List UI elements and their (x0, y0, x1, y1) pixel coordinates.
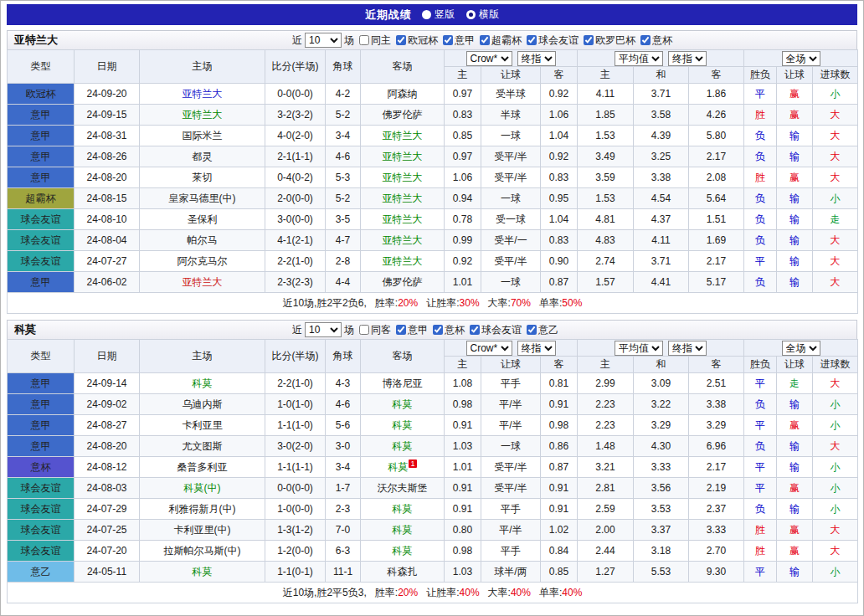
home-team-link[interactable]: 皇家马德里(中) (140, 188, 265, 209)
score-link[interactable]: 1-1(0-1) (265, 562, 326, 583)
home-team-link[interactable]: 国际米兰 (140, 126, 265, 146)
layout-radio-vertical[interactable]: 竖版 (422, 8, 455, 22)
competition-4-filter[interactable]: 欧罗巴杯 (584, 33, 635, 48)
bookmaker-select[interactable]: Crow* (466, 51, 512, 66)
home-team-link[interactable]: 科莫 (140, 373, 265, 394)
competition-badge: 意甲 (8, 126, 75, 146)
competition-4-checkbox[interactable] (584, 35, 594, 45)
average-select[interactable]: 平均值 (615, 51, 663, 66)
competition-2-filter[interactable]: 球会友谊 (470, 323, 522, 337)
score-link[interactable]: 2-0(0-0) (265, 188, 326, 209)
competition-1-checkbox[interactable] (433, 325, 443, 335)
away-team-link[interactable]: 亚特兰大 (361, 167, 445, 188)
recent-count-select[interactable]: 10 (305, 33, 342, 48)
home-team-link[interactable]: 都灵 (140, 146, 265, 167)
home-team-link[interactable]: 桑普多利亚 (140, 457, 265, 478)
away-team-link[interactable]: 科莫 (361, 499, 445, 520)
same-venue-filter[interactable]: 同主 (359, 33, 391, 48)
away-team-link[interactable]: 科莫 (361, 415, 445, 436)
scope-select[interactable]: 全场 (782, 51, 820, 66)
away-team-link[interactable]: 亚特兰大 (361, 230, 445, 251)
score-link[interactable]: 3-0(0-0) (265, 209, 326, 230)
competition-0-filter[interactable]: 意甲 (396, 323, 428, 337)
same-venue-checkbox[interactable] (359, 35, 369, 45)
away-team-link[interactable]: 亚特兰大 (361, 188, 445, 209)
score-link[interactable]: 2-2(1-0) (265, 251, 326, 272)
competition-0-filter[interactable]: 欧冠杯 (396, 33, 438, 48)
score-link[interactable]: 2-1(1-1) (265, 146, 326, 167)
away-team-link[interactable]: 沃尔夫斯堡 (361, 478, 445, 499)
same-venue-filter[interactable]: 同客 (359, 323, 391, 337)
same-venue-checkbox[interactable] (359, 325, 369, 335)
away-team-link[interactable]: 亚特兰大 (361, 209, 445, 230)
score-link[interactable]: 2-3(2-3) (265, 272, 326, 293)
scope-select[interactable]: 全场 (782, 341, 820, 356)
competition-2-filter[interactable]: 超霸杯 (480, 33, 522, 48)
score-link[interactable]: 4-1(2-1) (265, 230, 326, 251)
score-link[interactable]: 1-1(1-1) (265, 457, 326, 478)
score-link[interactable]: 3-0(2-0) (265, 436, 326, 457)
away-team-link[interactable]: 科森扎 (361, 562, 445, 583)
away-team-link[interactable]: 阿森纳 (361, 84, 445, 105)
away-team-link[interactable]: 亚特兰大 (361, 126, 445, 146)
score-link[interactable]: 0-4(0-2) (265, 167, 326, 188)
away-team-link[interactable]: 佛罗伦萨 (361, 105, 445, 126)
competition-3-filter[interactable]: 球会友谊 (527, 33, 579, 48)
score-link[interactable]: 1-0(0-0) (265, 499, 326, 520)
score-link[interactable]: 0-0(0-0) (265, 478, 326, 499)
competition-2-checkbox[interactable] (470, 325, 480, 335)
competition-1-checkbox[interactable] (443, 35, 453, 45)
match-row: 超霸杯24-08-15皇家马德里(中)2-0(0-0)5-2亚特兰大0.94一球… (8, 188, 858, 209)
score-link[interactable]: 2-2(1-0) (265, 373, 326, 394)
handicap-index-type-select[interactable]: 终指 (517, 51, 556, 66)
europe-index-type-select[interactable]: 终指 (668, 341, 707, 356)
home-team-link[interactable]: 亚特兰大 (140, 272, 265, 293)
home-team-link[interactable]: 亚特兰大 (140, 84, 265, 105)
score-link[interactable]: 0-0(0-0) (265, 84, 326, 105)
home-team-link[interactable]: 卡利亚里 (140, 415, 265, 436)
home-team-link[interactable]: 帕尔马 (140, 230, 265, 251)
home-team-link[interactable]: 拉斯帕尔马斯(中) (140, 541, 265, 562)
away-team-link[interactable]: 科莫 (361, 541, 445, 562)
home-team-link[interactable]: 乌迪内斯 (140, 394, 265, 415)
score-link[interactable]: 1-2(0-0) (265, 541, 326, 562)
away-team-link[interactable]: 佛罗伦萨 (361, 272, 445, 293)
competition-3-checkbox[interactable] (527, 35, 537, 45)
competition-5-filter[interactable]: 意杯 (640, 33, 672, 48)
competition-0-checkbox[interactable] (396, 325, 406, 335)
competition-1-filter[interactable]: 意甲 (443, 33, 475, 48)
competition-2-checkbox[interactable] (480, 35, 490, 45)
competition-3-checkbox[interactable] (527, 325, 537, 335)
layout-radio-horizontal[interactable]: 横版 (466, 8, 499, 22)
recent-count-select[interactable]: 10 (305, 322, 342, 337)
away-team-link[interactable]: 博洛尼亚 (361, 373, 445, 394)
home-team-link[interactable]: 科莫(中) (140, 478, 265, 499)
competition-3-filter[interactable]: 意乙 (527, 323, 558, 337)
away-team-link[interactable]: 亚特兰大 (361, 251, 445, 272)
away-team-link[interactable]: 亚特兰大 (361, 146, 445, 167)
score-link[interactable]: 1-0(1-0) (265, 394, 326, 415)
score-link[interactable]: 1-3(1-2) (265, 520, 326, 541)
home-team-link[interactable]: 亚特兰大 (140, 105, 265, 126)
home-team-link[interactable]: 圣保利 (140, 209, 265, 230)
home-team-link[interactable]: 阿尔克马尔 (140, 251, 265, 272)
competition-0-checkbox[interactable] (396, 35, 406, 45)
away-team-link[interactable]: 科莫 (361, 520, 445, 541)
score-link[interactable]: 4-0(2-0) (265, 126, 326, 146)
home-team-link[interactable]: 卡利亚里(中) (140, 520, 265, 541)
europe-index-type-select[interactable]: 终指 (668, 51, 707, 66)
competition-5-checkbox[interactable] (640, 35, 651, 45)
home-team-link[interactable]: 科莫 (140, 562, 265, 583)
away-team-link[interactable]: 科莫 (361, 436, 445, 457)
home-team-link[interactable]: 尤文图斯 (140, 436, 265, 457)
home-team-link[interactable]: 利雅得新月(中) (140, 499, 265, 520)
competition-1-filter[interactable]: 意杯 (433, 323, 465, 337)
bookmaker-select[interactable]: Crow* (466, 341, 512, 356)
away-team-link[interactable]: 科莫1 (361, 457, 445, 478)
score-link[interactable]: 3-2(3-2) (265, 105, 326, 126)
score-link[interactable]: 1-1(1-0) (265, 415, 326, 436)
handicap-index-type-select[interactable]: 终指 (517, 341, 556, 356)
away-team-link[interactable]: 科莫 (361, 394, 445, 415)
home-team-link[interactable]: 莱切 (140, 167, 265, 188)
average-select[interactable]: 平均值 (615, 341, 663, 356)
